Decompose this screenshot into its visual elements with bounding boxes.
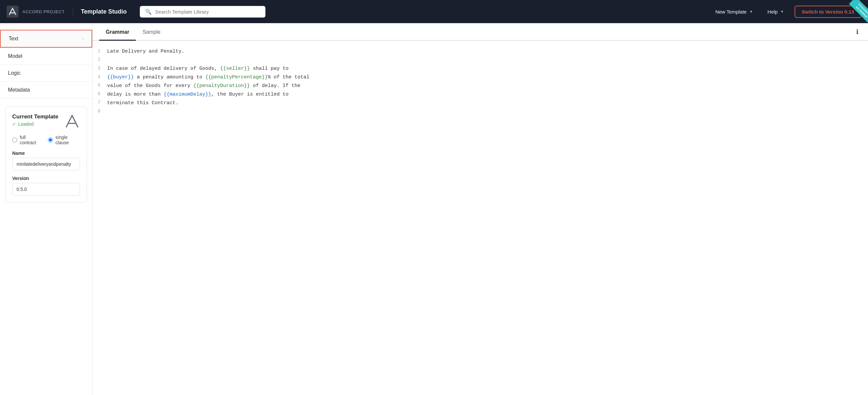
template-card-title-area: Current Template ✓ Loaded	[12, 113, 59, 127]
code-line-2: 2	[93, 56, 868, 64]
name-field-group: Name	[12, 150, 80, 170]
tab-sample[interactable]: Sample	[136, 23, 167, 41]
line-num-4: 4	[93, 73, 107, 81]
code-line-5: 5 value of the Goods for every {{penalty…	[93, 82, 868, 90]
line-num-2: 2	[93, 56, 107, 64]
line-num-3: 3	[93, 64, 107, 73]
var-buyer: {{buyer}}	[107, 75, 134, 80]
info-icon[interactable]: ℹ	[854, 28, 861, 36]
radio-full-contract-input[interactable]	[12, 137, 17, 143]
code-line-1: 1 Late Delivery and Penalty.	[93, 47, 868, 56]
accord-logo-small-icon	[64, 113, 80, 129]
main-layout: Text › Model Logic Metadata Current Temp…	[0, 23, 868, 395]
radio-full-contract-label[interactable]: full contract	[12, 135, 41, 145]
brand-name: ACCORD PROJECT	[23, 9, 65, 14]
line-content-3: In case of delayed delivery of Goods, {{…	[107, 64, 868, 73]
brand-divider	[73, 7, 73, 16]
line-num-5: 5	[93, 82, 107, 90]
radio-single-clause-label[interactable]: single clause	[48, 135, 80, 145]
line-num-1: 1	[93, 47, 107, 55]
line-num-6: 6	[93, 90, 107, 98]
sidebar-item-logic[interactable]: Logic	[0, 65, 92, 81]
sidebar-item-metadata[interactable]: Metadata	[0, 82, 92, 98]
code-line-8: 8	[93, 108, 868, 116]
radio-single-clause-input[interactable]	[48, 137, 53, 143]
var-maximum-delay: {{maximumDelay}}	[164, 92, 211, 97]
sidebar-divider-4	[0, 98, 92, 98]
sidebar-item-text[interactable]: Text ›	[0, 30, 92, 48]
radio-full-contract-text: full contract	[20, 135, 42, 145]
version-field-label: Version	[12, 176, 80, 181]
sidebar-item-model-label: Model	[8, 53, 23, 59]
help-label: Help	[768, 9, 778, 15]
editor-area: Grammar Sample ℹ 1 Late Delivery and Pen…	[93, 23, 868, 395]
var-penalty-percentage: {{penaltyPercentage}}	[205, 75, 268, 80]
line-content-5: value of the Goods for every {{penaltyDu…	[107, 82, 868, 90]
navbar: ACCORD PROJECT Template Studio 🔍 New Tem…	[0, 0, 868, 23]
help-chevron-icon: ▼	[780, 9, 784, 13]
code-line-4: 4 {{buyer}} a penalty amounting to {{pen…	[93, 73, 868, 82]
accord-logo-icon	[7, 6, 19, 18]
template-card-status: ✓ Loaded	[12, 121, 59, 127]
search-bar[interactable]: 🔍	[140, 6, 266, 18]
contribute-ribbon[interactable]: Contributeon GitHub	[844, 0, 868, 26]
version-field-input[interactable]	[12, 183, 80, 196]
sidebar-item-model[interactable]: Model	[0, 48, 92, 64]
brand-logo-area[interactable]: ACCORD PROJECT	[7, 6, 65, 18]
help-button[interactable]: Help ▼	[764, 6, 788, 17]
line-num-8: 8	[93, 108, 107, 115]
var-seller: {{seller}}	[220, 66, 250, 72]
template-card-header: Current Template ✓ Loaded	[12, 113, 80, 129]
template-card-status-text: Loaded	[18, 121, 34, 127]
tab-sample-label: Sample	[143, 29, 160, 35]
line-content-1: Late Delivery and Penalty.	[107, 47, 868, 56]
check-icon: ✓	[12, 121, 16, 127]
editor-tabs: Grammar Sample ℹ	[93, 23, 868, 41]
line-content-7: terminate this Contract.	[107, 99, 868, 108]
search-input[interactable]	[155, 9, 260, 15]
brand-studio-label: Template Studio	[81, 8, 127, 15]
name-field-input[interactable]	[12, 158, 80, 170]
new-template-button[interactable]: New Template ▼	[711, 6, 757, 17]
code-line-3: 3 In case of delayed delivery of Goods, …	[93, 64, 868, 73]
new-template-chevron-icon: ▼	[749, 9, 753, 13]
code-editor[interactable]: 1 Late Delivery and Penalty. 2 3 In case…	[93, 41, 868, 395]
radio-group: full contract single clause	[12, 135, 80, 145]
sidebar-item-metadata-label: Metadata	[8, 87, 30, 93]
line-content-2	[107, 56, 868, 64]
template-card: Current Template ✓ Loaded full contract	[5, 107, 87, 202]
sidebar-item-logic-label: Logic	[8, 70, 21, 76]
version-field-group: Version	[12, 176, 80, 196]
code-line-7: 7 terminate this Contract.	[93, 99, 868, 108]
sidebar-text-chevron-icon: ›	[82, 36, 84, 41]
radio-single-clause-text: single clause	[56, 135, 80, 145]
line-content-8	[107, 108, 868, 116]
line-content-6: delay is more than {{maximumDelay}}, the…	[107, 90, 868, 99]
sidebar: Text › Model Logic Metadata Current Temp…	[0, 23, 93, 395]
ribbon-text: Contributeon GitHub	[849, 0, 868, 25]
new-template-label: New Template	[715, 9, 747, 15]
name-field-label: Name	[12, 150, 80, 156]
tab-grammar[interactable]: Grammar	[99, 23, 136, 41]
line-content-4: {{buyer}} a penalty amounting to {{penal…	[107, 73, 868, 82]
tab-grammar-label: Grammar	[106, 29, 129, 35]
line-num-7: 7	[93, 99, 107, 107]
code-line-6: 6 delay is more than {{maximumDelay}}, t…	[93, 90, 868, 99]
var-penalty-duration: {{penaltyDuration}}	[193, 83, 250, 89]
template-card-title: Current Template	[12, 113, 59, 120]
sidebar-item-text-label: Text	[9, 36, 18, 42]
search-icon: 🔍	[145, 8, 152, 15]
